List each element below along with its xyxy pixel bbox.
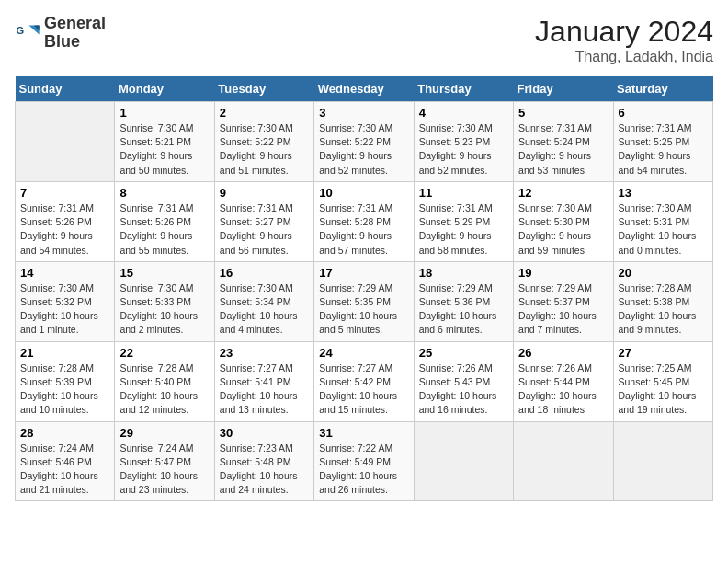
day-info: Sunrise: 7:30 AM Sunset: 5:33 PM Dayligh… (119, 282, 209, 338)
day-info: Sunrise: 7:30 AM Sunset: 5:30 PM Dayligh… (518, 201, 608, 258)
day-number: 30 (220, 426, 309, 440)
day-info: Sunrise: 7:31 AM Sunset: 5:24 PM Dayligh… (518, 121, 608, 178)
day-cell: 5Sunrise: 7:31 AM Sunset: 5:24 PM Daylig… (514, 102, 613, 182)
day-number: 11 (419, 186, 508, 200)
day-info: Sunrise: 7:28 AM Sunset: 5:40 PM Dayligh… (119, 362, 209, 418)
day-cell: 21Sunrise: 7:28 AM Sunset: 5:39 PM Dayli… (16, 341, 115, 421)
day-info: Sunrise: 7:30 AM Sunset: 5:22 PM Dayligh… (220, 121, 309, 178)
day-number: 22 (119, 346, 209, 360)
day-cell (514, 421, 613, 501)
day-cell: 3Sunrise: 7:30 AM Sunset: 5:22 PM Daylig… (314, 102, 414, 182)
day-cell: 27Sunrise: 7:25 AM Sunset: 5:45 PM Dayli… (613, 341, 712, 421)
day-cell: 25Sunrise: 7:26 AM Sunset: 5:43 PM Dayli… (414, 341, 513, 421)
day-info: Sunrise: 7:31 AM Sunset: 5:27 PM Dayligh… (220, 201, 309, 258)
day-number: 12 (518, 186, 608, 200)
day-info: Sunrise: 7:28 AM Sunset: 5:39 PM Dayligh… (20, 362, 109, 418)
day-number: 2 (220, 106, 309, 120)
day-number: 5 (518, 106, 608, 120)
day-number: 15 (119, 266, 209, 280)
day-number: 14 (20, 266, 109, 280)
day-number: 9 (220, 186, 309, 200)
day-cell: 14Sunrise: 7:30 AM Sunset: 5:32 PM Dayli… (16, 261, 115, 341)
logo-line2: Blue (44, 33, 106, 52)
day-cell: 16Sunrise: 7:30 AM Sunset: 5:34 PM Dayli… (214, 261, 313, 341)
day-cell: 26Sunrise: 7:26 AM Sunset: 5:44 PM Dayli… (514, 341, 613, 421)
day-number: 4 (419, 106, 508, 120)
day-info: Sunrise: 7:29 AM Sunset: 5:36 PM Dayligh… (419, 282, 508, 338)
calendar-header: SundayMondayTuesdayWednesdayThursdayFrid… (16, 76, 713, 102)
week-row-4: 21Sunrise: 7:28 AM Sunset: 5:39 PM Dayli… (16, 341, 713, 421)
day-info: Sunrise: 7:24 AM Sunset: 5:46 PM Dayligh… (20, 442, 109, 498)
day-info: Sunrise: 7:28 AM Sunset: 5:38 PM Dayligh… (619, 282, 708, 338)
logo: G General Blue (15, 15, 106, 52)
day-info: Sunrise: 7:31 AM Sunset: 5:29 PM Dayligh… (419, 201, 508, 258)
day-number: 6 (619, 106, 708, 120)
day-cell: 28Sunrise: 7:24 AM Sunset: 5:46 PM Dayli… (16, 421, 115, 501)
week-row-5: 28Sunrise: 7:24 AM Sunset: 5:46 PM Dayli… (16, 421, 713, 501)
day-info: Sunrise: 7:23 AM Sunset: 5:48 PM Dayligh… (220, 442, 309, 498)
day-cell: 23Sunrise: 7:27 AM Sunset: 5:41 PM Dayli… (214, 341, 313, 421)
day-cell: 12Sunrise: 7:30 AM Sunset: 5:30 PM Dayli… (514, 181, 613, 261)
day-cell: 2Sunrise: 7:30 AM Sunset: 5:22 PM Daylig… (214, 102, 313, 182)
day-cell: 13Sunrise: 7:30 AM Sunset: 5:31 PM Dayli… (613, 181, 712, 261)
day-info: Sunrise: 7:25 AM Sunset: 5:45 PM Dayligh… (619, 362, 708, 418)
day-number: 21 (20, 346, 109, 360)
col-header-friday: Friday (514, 76, 613, 102)
day-number: 24 (319, 346, 408, 360)
day-cell: 9Sunrise: 7:31 AM Sunset: 5:27 PM Daylig… (214, 181, 313, 261)
week-row-1: 1Sunrise: 7:30 AM Sunset: 5:21 PM Daylig… (16, 102, 713, 182)
day-cell: 8Sunrise: 7:31 AM Sunset: 5:26 PM Daylig… (115, 181, 214, 261)
day-cell: 6Sunrise: 7:31 AM Sunset: 5:25 PM Daylig… (613, 102, 712, 182)
day-number: 19 (518, 266, 608, 280)
day-info: Sunrise: 7:30 AM Sunset: 5:32 PM Dayligh… (20, 282, 109, 338)
logo-text: General Blue (44, 15, 106, 52)
day-number: 16 (220, 266, 309, 280)
day-cell: 17Sunrise: 7:29 AM Sunset: 5:35 PM Dayli… (314, 261, 414, 341)
day-number: 17 (319, 266, 408, 280)
day-number: 27 (619, 346, 708, 360)
day-info: Sunrise: 7:27 AM Sunset: 5:41 PM Dayligh… (220, 362, 309, 418)
day-number: 3 (319, 106, 408, 120)
day-number: 13 (619, 186, 708, 200)
day-number: 8 (119, 186, 209, 200)
day-info: Sunrise: 7:31 AM Sunset: 5:26 PM Dayligh… (119, 201, 209, 258)
day-info: Sunrise: 7:30 AM Sunset: 5:23 PM Dayligh… (419, 121, 508, 178)
day-number: 25 (419, 346, 508, 360)
day-cell: 18Sunrise: 7:29 AM Sunset: 5:36 PM Dayli… (414, 261, 513, 341)
day-info: Sunrise: 7:24 AM Sunset: 5:47 PM Dayligh… (119, 442, 209, 498)
week-row-3: 14Sunrise: 7:30 AM Sunset: 5:32 PM Dayli… (16, 261, 713, 341)
day-info: Sunrise: 7:30 AM Sunset: 5:31 PM Dayligh… (619, 201, 708, 258)
day-cell: 19Sunrise: 7:29 AM Sunset: 5:37 PM Dayli… (514, 261, 613, 341)
day-cell: 31Sunrise: 7:22 AM Sunset: 5:49 PM Dayli… (314, 421, 414, 501)
day-cell (16, 102, 115, 182)
calendar-table: SundayMondayTuesdayWednesdayThursdayFrid… (15, 76, 713, 501)
day-number: 20 (619, 266, 708, 280)
day-info: Sunrise: 7:31 AM Sunset: 5:28 PM Dayligh… (319, 201, 408, 258)
day-cell: 1Sunrise: 7:30 AM Sunset: 5:21 PM Daylig… (115, 102, 214, 182)
day-info: Sunrise: 7:27 AM Sunset: 5:42 PM Dayligh… (319, 362, 408, 418)
day-info: Sunrise: 7:29 AM Sunset: 5:35 PM Dayligh… (319, 282, 408, 338)
day-cell: 30Sunrise: 7:23 AM Sunset: 5:48 PM Dayli… (214, 421, 313, 501)
day-number: 18 (419, 266, 508, 280)
week-row-2: 7Sunrise: 7:31 AM Sunset: 5:26 PM Daylig… (16, 181, 713, 261)
day-info: Sunrise: 7:26 AM Sunset: 5:44 PM Dayligh… (518, 362, 608, 418)
col-header-tuesday: Tuesday (214, 76, 313, 102)
day-number: 31 (319, 426, 408, 440)
day-info: Sunrise: 7:29 AM Sunset: 5:37 PM Dayligh… (518, 282, 608, 338)
col-header-wednesday: Wednesday (314, 76, 414, 102)
sub-title: Thang, Ladakh, India (535, 49, 713, 65)
day-cell: 4Sunrise: 7:30 AM Sunset: 5:23 PM Daylig… (414, 102, 513, 182)
col-header-thursday: Thursday (414, 76, 513, 102)
day-cell (414, 421, 513, 501)
day-info: Sunrise: 7:26 AM Sunset: 5:43 PM Dayligh… (419, 362, 508, 418)
day-cell: 11Sunrise: 7:31 AM Sunset: 5:29 PM Dayli… (414, 181, 513, 261)
day-info: Sunrise: 7:22 AM Sunset: 5:49 PM Dayligh… (319, 442, 408, 498)
day-info: Sunrise: 7:30 AM Sunset: 5:22 PM Dayligh… (319, 121, 408, 178)
day-number: 26 (518, 346, 608, 360)
day-info: Sunrise: 7:31 AM Sunset: 5:25 PM Dayligh… (619, 121, 708, 178)
day-cell: 22Sunrise: 7:28 AM Sunset: 5:40 PM Dayli… (115, 341, 214, 421)
day-number: 29 (119, 426, 209, 440)
logo-icon: G (15, 20, 40, 46)
day-number: 1 (119, 106, 209, 120)
day-number: 23 (220, 346, 309, 360)
